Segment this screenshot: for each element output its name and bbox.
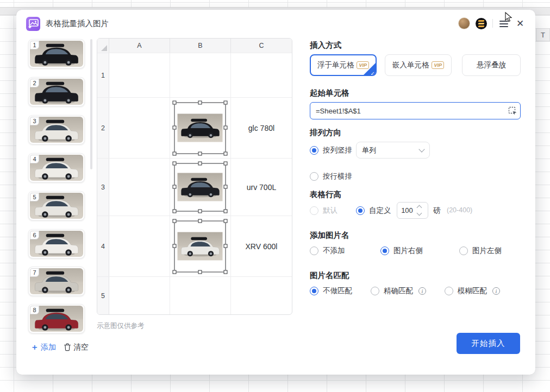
section-insert-method: 插入方式 bbox=[310, 40, 341, 50]
inserted-car-photo bbox=[178, 173, 223, 201]
sheet-header-row: ABC bbox=[97, 39, 292, 53]
thumbnail-number: 3 bbox=[30, 117, 39, 125]
sheet-cell-a bbox=[109, 216, 170, 276]
thumbnail-number: 8 bbox=[30, 306, 39, 314]
dialog-title: 表格批量插入图片 bbox=[46, 18, 109, 29]
sheet-row: 3 urv 700L bbox=[97, 158, 292, 216]
sheet-row: 5 bbox=[97, 276, 292, 314]
insert-method-option[interactable]: 嵌入单元格VIP bbox=[385, 54, 452, 76]
batch-insert-images-dialog: 表格批量插入图片 ✕ 1 2 3 4 bbox=[16, 10, 535, 375]
info-icon[interactable]: i bbox=[492, 287, 500, 295]
sheet-cell-b bbox=[170, 277, 231, 314]
radio-icon bbox=[310, 206, 318, 215]
vip-tag: VIP bbox=[432, 61, 444, 69]
sheet-row-number: 2 bbox=[97, 98, 109, 158]
start-insert-button[interactable]: 开始插入 bbox=[457, 333, 520, 354]
image-name-option[interactable]: 图片右侧 bbox=[380, 245, 423, 256]
sheet-cell-b bbox=[170, 159, 231, 216]
name-match-option[interactable]: 模糊匹配i bbox=[445, 286, 500, 296]
sheet-corner-cell bbox=[97, 39, 109, 53]
background-column-header: T bbox=[536, 28, 550, 41]
thumbnail-item[interactable]: 1 bbox=[28, 39, 85, 68]
radio-icon bbox=[459, 246, 468, 255]
thumbnail-item[interactable]: 6 bbox=[28, 229, 85, 258]
thumbnail-number: 4 bbox=[30, 155, 39, 163]
add-images-button[interactable]: ＋ 添加 bbox=[30, 342, 56, 352]
sheet-cell-a bbox=[109, 98, 170, 158]
stepper-arrows[interactable] bbox=[417, 206, 421, 215]
radio-icon bbox=[380, 246, 389, 255]
sheet-cell-c: urv 700L bbox=[231, 159, 292, 216]
sheet-row-number: 5 bbox=[97, 277, 109, 314]
sheet-row: 4 XRV 600l bbox=[97, 216, 292, 276]
sheet-row: 1 bbox=[97, 53, 292, 97]
sheet-row-number: 1 bbox=[97, 53, 109, 97]
direction-option-row[interactable]: 按行横排 bbox=[310, 171, 352, 182]
inserted-image-selection bbox=[174, 163, 226, 211]
clear-images-button[interactable]: 清空 bbox=[64, 343, 89, 352]
start-cell-field bbox=[310, 102, 521, 119]
thumbnail-scrollbar[interactable] bbox=[90, 39, 92, 169]
sheet-column-header: C bbox=[231, 39, 292, 53]
row-height-default-option: 默认 bbox=[310, 205, 338, 216]
sheet-cell-b bbox=[170, 216, 231, 276]
cell-picker-icon[interactable] bbox=[505, 106, 520, 116]
sheet-cell-a bbox=[109, 53, 170, 97]
row-height-stepper bbox=[397, 202, 428, 219]
image-name-option[interactable]: 图片左侧 bbox=[459, 245, 502, 256]
row-height-input[interactable] bbox=[397, 206, 417, 214]
radio-icon bbox=[310, 146, 318, 155]
radio-icon bbox=[310, 172, 318, 181]
insert-method-option[interactable]: 浮于单元格VIP bbox=[310, 54, 377, 76]
thumbnail-item[interactable]: 5 bbox=[28, 191, 85, 220]
insert-method-option[interactable]: 悬浮叠放 bbox=[462, 54, 521, 76]
sheet-column-header: A bbox=[109, 39, 170, 53]
sheet-cell-c bbox=[231, 277, 292, 314]
thumbnail-item[interactable]: 2 bbox=[28, 77, 85, 106]
thumbnail-number: 2 bbox=[30, 79, 39, 87]
radio-icon bbox=[310, 287, 318, 295]
chevron-down-icon bbox=[418, 146, 424, 152]
trash-icon bbox=[64, 343, 71, 351]
plus-icon: ＋ bbox=[30, 342, 39, 352]
image-name-option[interactable]: 不添加 bbox=[310, 245, 345, 256]
name-match-option[interactable]: 不做匹配 bbox=[310, 286, 352, 296]
sheet-cell-c: glc 780l bbox=[231, 98, 292, 158]
section-direction: 排列方向 bbox=[310, 128, 341, 138]
thumbnail-number: 6 bbox=[30, 231, 39, 239]
section-image-name: 添加图片名 bbox=[310, 230, 349, 241]
preview-caption: 示意图仅供参考 bbox=[97, 321, 292, 331]
thumbnail-number: 1 bbox=[30, 41, 39, 49]
sheet-row-number: 4 bbox=[97, 216, 109, 276]
row-height-range: (20-400) bbox=[447, 206, 472, 214]
sheet-cell-c: XRV 600l bbox=[231, 216, 292, 276]
row-height-custom-option[interactable]: 自定义 bbox=[356, 205, 391, 216]
thumbnail-list: 1 2 3 4 5 6 bbox=[28, 39, 85, 342]
thumbnail-number: 7 bbox=[30, 268, 39, 277]
column-count-dropdown[interactable]: 单列 bbox=[356, 142, 430, 159]
sheet-column-header: B bbox=[170, 39, 231, 53]
sheet-cell-a bbox=[109, 277, 170, 314]
section-start-cell: 起始单元格 bbox=[310, 88, 349, 98]
start-cell-input[interactable] bbox=[310, 107, 505, 115]
sheet-row: 2 glc 780l bbox=[97, 97, 292, 158]
thumbnail-number: 5 bbox=[30, 193, 39, 201]
sheet-cell-b bbox=[170, 53, 231, 97]
thumbnail-item[interactable]: 4 bbox=[28, 153, 85, 182]
sheet-cell-b bbox=[170, 98, 231, 158]
thumbnail-item[interactable]: 3 bbox=[28, 115, 85, 144]
sample-sheet-preview: ABC 1 2 glc 780l 3 urv 700L bbox=[97, 38, 292, 315]
info-icon[interactable]: i bbox=[418, 287, 426, 295]
direction-option-column[interactable]: 按列竖排 bbox=[310, 145, 352, 156]
inserted-car-photo bbox=[178, 114, 223, 142]
inserted-car-photo bbox=[178, 232, 223, 261]
thumbnail-item[interactable]: 8 bbox=[28, 304, 85, 333]
name-match-option[interactable]: 精确匹配i bbox=[371, 286, 426, 296]
sheet-cell-a bbox=[109, 159, 170, 216]
thumbnail-item[interactable]: 7 bbox=[28, 267, 85, 296]
inserted-image-selection bbox=[174, 220, 226, 272]
app-logo-icon bbox=[26, 17, 40, 31]
section-row-height: 表格行高 bbox=[310, 189, 341, 200]
row-height-unit: 磅 bbox=[433, 206, 441, 216]
sheet-cell-c bbox=[231, 53, 292, 97]
